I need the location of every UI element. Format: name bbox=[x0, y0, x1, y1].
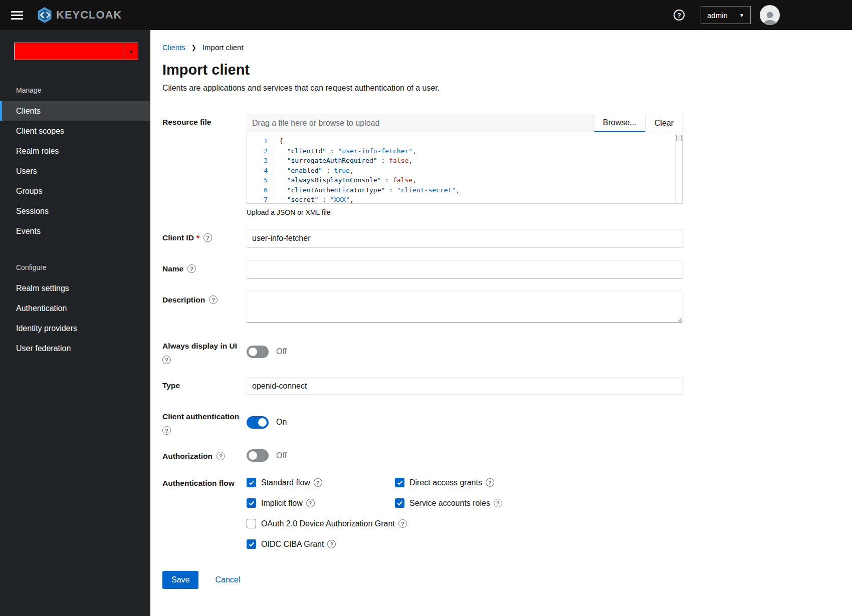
line-number: 4 bbox=[247, 166, 268, 176]
type-input[interactable] bbox=[247, 377, 683, 395]
cancel-link[interactable]: Cancel bbox=[215, 575, 240, 584]
authorization-state: Off bbox=[276, 451, 287, 460]
sidebar-item-events[interactable]: Events bbox=[0, 221, 150, 241]
toggle-knob bbox=[249, 451, 257, 460]
sidebar-item-client-scopes[interactable]: Client scopes bbox=[0, 121, 150, 141]
sidebar-item-realm-settings[interactable]: Realm settings bbox=[0, 278, 150, 298]
avatar-person-icon bbox=[761, 9, 778, 25]
help-icon[interactable]: ? bbox=[314, 478, 322, 487]
sidebar-item-identity-providers[interactable]: Identity providers bbox=[0, 319, 150, 339]
description-textarea[interactable] bbox=[247, 291, 683, 323]
upload-helper-text: Upload a JSON or XML file bbox=[247, 208, 683, 216]
sidebar-item-users[interactable]: Users bbox=[0, 161, 150, 181]
unchecked-checkbox-oauth-2-0-device-authorization-grant[interactable] bbox=[247, 519, 256, 528]
line-number: 7 bbox=[247, 195, 268, 204]
sidebar-item-realm-roles[interactable]: Realm roles bbox=[0, 141, 150, 161]
always-display-toggle[interactable] bbox=[247, 346, 269, 358]
clear-button[interactable]: Clear bbox=[646, 114, 683, 132]
sidebar-item-label: Realm roles bbox=[16, 147, 59, 156]
sidebar-item-groups[interactable]: Groups bbox=[0, 181, 150, 201]
help-icon[interactable]: ? bbox=[674, 10, 685, 21]
sidebar-item-label: Realm settings bbox=[16, 284, 69, 293]
code-content[interactable]: { "clientId" : "user-info-fetcher", "sur… bbox=[274, 134, 675, 203]
name-label-group: Name ? bbox=[162, 260, 247, 278]
auth-flow-option-standard-flow: Standard flow? bbox=[247, 478, 395, 487]
line-number: 2 bbox=[247, 146, 268, 156]
check-icon bbox=[249, 480, 255, 485]
header-actions: ? admin ▼ bbox=[674, 5, 780, 25]
line-number: 5 bbox=[247, 175, 268, 185]
auth-flow-option-service-accounts-roles: Service accounts roles? bbox=[395, 498, 683, 508]
resource-file-label: Resource file bbox=[162, 118, 211, 127]
breadcrumb-clients-link[interactable]: Clients bbox=[162, 43, 185, 52]
help-icon[interactable]: ? bbox=[162, 356, 171, 364]
checked-checkbox-service-accounts-roles[interactable] bbox=[395, 498, 404, 508]
import-client-form: Resource file Drag a file here or browse… bbox=[162, 114, 832, 589]
description-label-group: Description ? bbox=[162, 291, 247, 325]
help-icon[interactable]: ? bbox=[217, 452, 225, 460]
browse-button[interactable]: Browse... bbox=[594, 114, 646, 132]
nav-section-manage: Manage bbox=[16, 86, 150, 94]
sidebar-item-label: Users bbox=[16, 167, 37, 176]
sidebar-item-user-federation[interactable]: User federation bbox=[0, 339, 150, 359]
checked-checkbox-standard-flow[interactable] bbox=[247, 478, 256, 487]
caret-down-icon: ▼ bbox=[128, 49, 134, 55]
file-drop-zone[interactable]: Drag a file here or browse to upload bbox=[247, 114, 594, 132]
help-icon[interactable]: ? bbox=[486, 478, 494, 487]
help-icon[interactable]: ? bbox=[398, 519, 407, 528]
checkbox-label: Service accounts roles bbox=[409, 499, 490, 508]
client-authentication-row: Client authentication ? On bbox=[162, 408, 832, 435]
sidebar-item-label: Authentication bbox=[16, 304, 67, 313]
scrollbar-thumb[interactable] bbox=[676, 135, 682, 141]
checked-checkbox-implicit-flow[interactable] bbox=[247, 498, 256, 508]
breadcrumb: Clients ❯ Import client bbox=[162, 43, 832, 52]
user-avatar[interactable] bbox=[760, 5, 780, 25]
breadcrumb-current: Import client bbox=[202, 43, 244, 52]
realm-selector[interactable]: ▼ bbox=[14, 43, 138, 60]
checked-checkbox-direct-access-grants[interactable] bbox=[395, 478, 404, 487]
toggle-knob bbox=[249, 348, 257, 356]
client-authentication-label: Client authentication bbox=[162, 412, 239, 421]
code-line: "alwaysDisplayInConsole" : false, bbox=[279, 175, 675, 185]
help-icon[interactable]: ? bbox=[203, 233, 212, 242]
auth-flow-option-oidc-ciba-grant: OIDC CIBA Grant? bbox=[247, 539, 683, 549]
help-icon[interactable]: ? bbox=[494, 499, 502, 507]
help-icon[interactable]: ? bbox=[327, 540, 336, 548]
code-line: "clientId" : "user-info-fetcher", bbox=[279, 146, 675, 156]
user-menu-dropdown[interactable]: admin ▼ bbox=[701, 6, 751, 24]
sidebar-item-authentication[interactable]: Authentication bbox=[0, 298, 150, 319]
editor-scrollbar[interactable] bbox=[675, 134, 682, 203]
code-line: "secret" : "XXX", bbox=[279, 195, 675, 203]
page-title: Import client bbox=[162, 62, 832, 78]
nav-section-configure: Configure bbox=[16, 263, 150, 271]
brand-text: KEYCLOAK bbox=[56, 9, 122, 22]
check-icon bbox=[249, 542, 255, 547]
json-code-editor[interactable]: 1234567 { "clientId" : "user-info-fetche… bbox=[247, 134, 683, 204]
sidebar-item-label: User federation bbox=[16, 344, 71, 353]
client-authentication-toggle[interactable] bbox=[247, 416, 269, 429]
authentication-flow-label-group: Authentication flow bbox=[162, 475, 247, 549]
sidebar-item-clients[interactable]: Clients bbox=[0, 101, 150, 121]
save-button[interactable]: Save bbox=[162, 571, 198, 589]
help-icon[interactable]: ? bbox=[209, 295, 218, 304]
client-id-input[interactable] bbox=[247, 229, 683, 247]
authentication-flow-label: Authentication flow bbox=[162, 479, 235, 488]
authorization-toggle[interactable] bbox=[247, 449, 269, 462]
code-line: "surrogateAuthRequired" : false, bbox=[279, 156, 675, 166]
client-id-label-group: Client ID * ? bbox=[162, 229, 247, 247]
checked-checkbox-oidc-ciba-grant[interactable] bbox=[247, 539, 256, 549]
always-display-label-group: Always display in UI ? bbox=[162, 338, 247, 364]
name-input[interactable] bbox=[247, 260, 683, 278]
help-icon[interactable]: ? bbox=[187, 264, 196, 273]
hamburger-menu-icon[interactable] bbox=[11, 11, 23, 20]
auth-flow-option-oauth-2-0-device-authorization-grant: OAuth 2.0 Device Authorization Grant? bbox=[247, 519, 683, 528]
always-display-label: Always display in UI bbox=[162, 342, 237, 351]
main-content: Clients ❯ Import client Import client Cl… bbox=[150, 30, 852, 616]
sidebar: ▼ Manage ClientsClient scopesRealm roles… bbox=[0, 30, 150, 616]
check-icon bbox=[397, 501, 403, 506]
sidebar-item-label: Identity providers bbox=[16, 324, 77, 333]
sidebar-item-sessions[interactable]: Sessions bbox=[0, 201, 150, 221]
help-icon[interactable]: ? bbox=[162, 426, 171, 435]
help-icon[interactable]: ? bbox=[306, 499, 315, 507]
form-actions: Save Cancel bbox=[162, 571, 832, 589]
